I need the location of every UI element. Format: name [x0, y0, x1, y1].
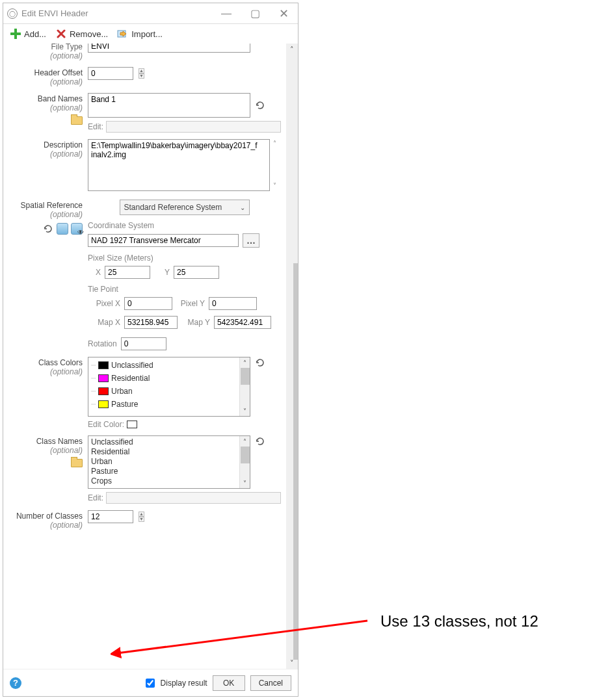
app-icon: ◯ — [7, 8, 18, 19]
tp-pixel-x-input[interactable] — [124, 297, 172, 310]
band-names-optional: (optional) — [3, 103, 83, 112]
refresh-icon[interactable] — [42, 223, 54, 235]
refresh-icon[interactable] — [254, 99, 266, 111]
close-button[interactable]: ✕ — [269, 3, 298, 23]
globe-eye-icon[interactable] — [71, 223, 83, 235]
globe-icon[interactable] — [57, 223, 68, 235]
num-classes-spinner[interactable]: ▲▼ — [139, 512, 144, 522]
tp-pixel-y-label: Pixel Y — [176, 299, 205, 308]
scroll-up-icon[interactable]: ˄ — [286, 44, 298, 55]
import-icon — [117, 28, 129, 40]
window-title: Edit ENVI Header — [21, 8, 88, 18]
band-names-input[interactable]: Band 1 — [88, 93, 250, 118]
remove-label: Remove... — [70, 29, 108, 39]
list-item[interactable]: Pasture — [91, 467, 237, 476]
list-item[interactable]: Crops — [91, 476, 237, 486]
description-input[interactable]: E:\Temp\wallin19\bakerbay\imagery\bbay20… — [88, 139, 270, 191]
class-colors-label: Class Colors — [3, 358, 83, 367]
add-label: Add... — [24, 29, 46, 39]
scroll-up-icon[interactable]: ˄ — [240, 436, 250, 447]
class-names-list[interactable]: UnclassifiedResidentialUrbanPastureCrops… — [88, 435, 250, 489]
edit-envi-header-dialog: ◯ Edit ENVI Header — ▢ ✕ Add... Remove..… — [3, 3, 298, 697]
header-offset-spinner[interactable]: ▲▼ — [139, 68, 144, 79]
annotation-text: Use 13 classes, not 12 — [380, 612, 538, 630]
list-item[interactable]: ┈Urban — [91, 385, 237, 398]
list-item[interactable]: Unclassified — [91, 437, 237, 447]
description-label: Description — [3, 140, 83, 149]
list-item[interactable]: ┈Residential — [91, 372, 237, 385]
pixel-size-label: Pixel Size (Meters) — [88, 253, 281, 263]
coord-sys-browse-button[interactable]: … — [243, 233, 259, 248]
num-classes-label: Number of Classes — [3, 512, 83, 521]
class-names-edit-input[interactable] — [106, 492, 281, 504]
chevron-down-icon: ⌄ — [240, 204, 245, 211]
spatial-ref-optional: (optional) — [3, 210, 83, 219]
tp-pixel-y-input[interactable] — [209, 297, 257, 310]
band-names-label: Band Names — [3, 94, 83, 103]
coord-sys-input[interactable] — [88, 234, 239, 247]
refresh-icon[interactable] — [254, 435, 266, 447]
display-result-check[interactable] — [146, 679, 155, 688]
folder-icon[interactable] — [71, 458, 83, 467]
display-result-label: Display result — [161, 679, 207, 688]
header-offset-label: Header Offset — [3, 68, 83, 77]
pixel-size-y-input[interactable] — [174, 266, 219, 279]
description-optional: (optional) — [3, 149, 83, 159]
pixel-y-label: Y — [161, 268, 170, 277]
display-result-checkbox[interactable]: Display result — [143, 677, 207, 690]
add-button[interactable]: Add... — [10, 28, 46, 40]
tp-pixel-x-label: Pixel X — [92, 299, 120, 308]
form-area: File Type (optional) Header Offset (opti… — [3, 44, 286, 669]
file-type-label: File Type — [3, 44, 83, 51]
list-item[interactable]: Urban — [91, 457, 237, 467]
maximize-button[interactable]: ▢ — [241, 3, 269, 23]
plus-icon — [10, 28, 21, 40]
help-icon[interactable]: ? — [10, 677, 21, 689]
folder-icon[interactable] — [71, 115, 83, 125]
toolbar: Add... Remove... Import... — [3, 24, 298, 44]
pixel-size-x-input[interactable] — [105, 266, 150, 279]
minimize-button[interactable]: — — [212, 3, 241, 23]
class-colors-list[interactable]: ┈Unclassified┈Residential┈Urban┈Pasture … — [88, 357, 250, 417]
file-type-optional: (optional) — [3, 51, 83, 60]
refresh-icon[interactable] — [254, 357, 266, 369]
band-edit-input[interactable] — [106, 121, 281, 133]
spatial-ref-label: Spatial Reference — [3, 201, 83, 210]
rotation-input[interactable] — [121, 337, 166, 350]
tp-map-y-input[interactable] — [214, 316, 271, 329]
list-item[interactable]: ┈Pasture — [91, 398, 237, 411]
class-names-label: Class Names — [3, 437, 83, 446]
num-classes-input[interactable] — [88, 510, 133, 523]
class-colors-optional: (optional) — [3, 367, 83, 376]
x-icon — [55, 28, 67, 40]
remove-button[interactable]: Remove... — [55, 28, 108, 40]
list-item[interactable]: Residential — [91, 447, 237, 457]
cancel-button[interactable]: Cancel — [250, 675, 291, 691]
ok-button[interactable]: OK — [213, 675, 245, 691]
titlebar: ◯ Edit ENVI Header — ▢ ✕ — [3, 3, 298, 24]
tp-map-x-label: Map X — [92, 318, 120, 327]
tp-map-y-label: Map Y — [181, 318, 210, 327]
tie-point-label: Tie Point — [88, 285, 281, 294]
color-chip[interactable] — [127, 421, 137, 428]
import-label: Import... — [131, 29, 163, 39]
band-edit-label: Edit: — [88, 122, 103, 131]
import-button[interactable]: Import... — [117, 28, 163, 40]
class-names-optional: (optional) — [3, 446, 83, 455]
coord-sys-label: Coordinate System — [88, 221, 281, 230]
file-type-input[interactable] — [88, 44, 250, 53]
num-classes-optional: (optional) — [3, 521, 83, 530]
scroll-thumb[interactable] — [293, 263, 298, 660]
scroll-up-icon[interactable]: ˄ — [240, 357, 250, 368]
ref-system-value: Standard Reference System — [124, 203, 222, 212]
list-item[interactable]: ┈Unclassified — [91, 359, 237, 372]
header-offset-input[interactable] — [88, 67, 133, 80]
main-scrollbar[interactable]: ˄ ˅ — [286, 44, 298, 669]
header-offset-optional: (optional) — [3, 77, 83, 86]
scroll-down-icon[interactable]: ˅ — [240, 406, 250, 416]
tp-map-x-input[interactable] — [124, 316, 178, 329]
class-names-edit-label: Edit: — [88, 493, 103, 502]
scroll-down-icon[interactable]: ˅ — [240, 478, 250, 488]
ref-system-select[interactable]: Standard Reference System ⌄ — [120, 200, 250, 215]
edit-color-label: Edit Color: — [88, 420, 124, 429]
